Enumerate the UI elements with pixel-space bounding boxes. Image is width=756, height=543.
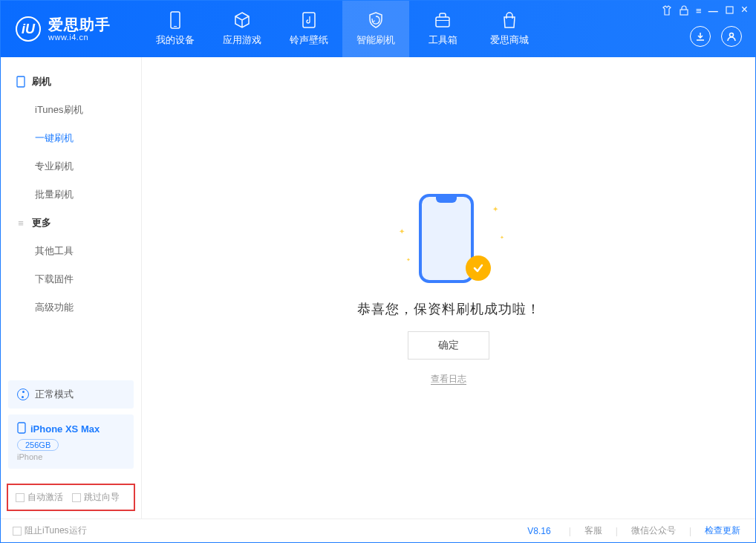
tab-apps-games[interactable]: 应用游戏 — [209, 1, 276, 57]
sparkle-icon: ✦ — [399, 227, 405, 235]
view-log-link[interactable]: 查看日志 — [431, 373, 466, 386]
maximize-button[interactable] — [726, 5, 734, 18]
logo-area: iU 爱思助手 www.i4.cn — [1, 1, 142, 57]
list-icon: ≡ — [16, 218, 26, 228]
device-type: iPhone — [17, 452, 125, 461]
device-storage: 256GB — [17, 439, 59, 451]
footer-link-wechat[interactable]: 微信公众号 — [628, 524, 679, 537]
side-list: 刷机 iTunes刷机 一键刷机 专业刷机 批量刷机 ≡ 更多 其他工具 下载固… — [1, 57, 141, 380]
ok-button[interactable]: 确定 — [408, 331, 489, 360]
sidebar-item-pro-flash[interactable]: 专业刷机 — [1, 152, 141, 181]
sidebar-item-download-firmware[interactable]: 下载固件 — [1, 265, 141, 293]
shield-icon — [367, 11, 385, 29]
svg-rect-8 — [17, 77, 25, 87]
svg-rect-1 — [174, 26, 177, 27]
shirt-icon[interactable] — [662, 5, 672, 18]
success-illustration: ✦ ✦ ✦ ✦ — [393, 190, 504, 287]
skip-guide-checkbox[interactable]: 跳过向导 — [72, 491, 120, 504]
svg-rect-9 — [18, 423, 25, 433]
sidebar-item-itunes-flash[interactable]: iTunes刷机 — [1, 96, 141, 124]
side-group-flash: 刷机 — [1, 68, 141, 96]
sidebar-item-advanced[interactable]: 高级功能 — [1, 293, 141, 322]
device-icon — [16, 77, 26, 87]
app-subtitle: www.i4.cn — [48, 33, 111, 42]
music-icon — [300, 11, 318, 29]
success-message: 恭喜您，保资料刷机成功啦！ — [357, 300, 541, 318]
svg-rect-6 — [726, 7, 733, 13]
device-box[interactable]: iPhone XS Max 256GB iPhone — [8, 414, 134, 469]
minimize-button[interactable]: ― — [708, 5, 718, 18]
titlebar-controls: ≡ ― × — [662, 5, 748, 18]
main-content: ✦ ✦ ✦ ✦ 恭喜您，保资料刷机成功啦！ 确定 查看日志 — [142, 57, 755, 518]
tab-label: 爱思商城 — [490, 33, 529, 47]
device-phone-icon — [17, 422, 26, 436]
highlighted-options: 自动激活 跳过向导 — [7, 484, 135, 511]
phone-icon — [166, 11, 184, 29]
tab-my-device[interactable]: 我的设备 — [142, 1, 209, 57]
svg-point-7 — [730, 33, 734, 37]
app-window: iU 爱思助手 www.i4.cn 我的设备 应用游戏 铃声壁纸 智能刷机 — [0, 0, 756, 543]
sidebar-item-batch-flash[interactable]: 批量刷机 — [1, 181, 141, 209]
status-box[interactable]: 正常模式 — [8, 380, 134, 409]
sparkle-icon: ✦ — [406, 257, 411, 263]
tab-label: 铃声壁纸 — [290, 33, 328, 47]
svg-rect-0 — [171, 12, 180, 28]
sidebar-bottom: 正常模式 iPhone XS Max 256GB iPhone — [1, 380, 141, 469]
body: 刷机 iTunes刷机 一键刷机 专业刷机 批量刷机 ≡ 更多 其他工具 下载固… — [1, 57, 755, 518]
side-group-label: 刷机 — [32, 75, 51, 88]
main-tabs: 我的设备 应用游戏 铃声壁纸 智能刷机 工具箱 爱思商城 — [142, 1, 543, 57]
svg-rect-3 — [436, 17, 449, 27]
tab-ring-wallpaper[interactable]: 铃声壁纸 — [276, 1, 342, 57]
device-name: iPhone XS Max — [30, 423, 100, 435]
menu-icon[interactable]: ≡ — [696, 5, 701, 18]
app-logo-icon: iU — [16, 16, 41, 42]
footer-link-support[interactable]: 客服 — [581, 524, 605, 537]
sparkle-icon: ✦ — [492, 205, 498, 213]
cube-icon — [233, 11, 251, 29]
tab-label: 我的设备 — [156, 33, 195, 47]
check-badge-icon — [466, 256, 491, 281]
user-button[interactable] — [721, 26, 742, 47]
mode-icon — [17, 388, 29, 400]
app-title: 爱思助手 — [48, 16, 111, 33]
svg-rect-5 — [680, 10, 688, 15]
sidebar: 刷机 iTunes刷机 一键刷机 专业刷机 批量刷机 ≡ 更多 其他工具 下载固… — [1, 57, 142, 518]
tab-label: 工具箱 — [428, 33, 457, 47]
side-group-label: 更多 — [32, 216, 51, 230]
sidebar-item-other-tools[interactable]: 其他工具 — [1, 237, 141, 265]
download-button[interactable] — [690, 26, 711, 47]
sparkle-icon: ✦ — [500, 235, 504, 241]
mode-label: 正常模式 — [35, 388, 74, 401]
tab-smart-flash[interactable]: 智能刷机 — [342, 1, 409, 57]
tab-toolbox[interactable]: 工具箱 — [409, 1, 476, 57]
close-button[interactable]: × — [741, 5, 748, 18]
version-label: V8.16 — [527, 526, 550, 536]
header-right-controls — [690, 26, 742, 47]
svg-rect-4 — [436, 20, 449, 21]
side-group-more: ≡ 更多 — [1, 209, 141, 237]
bag-icon — [501, 11, 518, 29]
svg-rect-2 — [303, 13, 315, 27]
header: iU 爱思助手 www.i4.cn 我的设备 应用游戏 铃声壁纸 智能刷机 — [1, 1, 755, 57]
footer-link-update[interactable]: 检查更新 — [702, 524, 743, 537]
tab-label: 智能刷机 — [356, 33, 395, 47]
auto-activate-checkbox[interactable]: 自动激活 — [16, 491, 63, 504]
block-itunes-checkbox[interactable]: 阻止iTunes运行 — [13, 524, 87, 537]
tab-store[interactable]: 爱思商城 — [476, 1, 543, 57]
footer: 阻止iTunes运行 V8.16 | 客服 | 微信公众号 | 检查更新 — [1, 518, 755, 542]
sidebar-item-onekey-flash[interactable]: 一键刷机 — [1, 124, 141, 152]
tab-label: 应用游戏 — [223, 33, 261, 47]
lock-icon[interactable] — [680, 5, 688, 18]
toolbox-icon — [434, 11, 452, 29]
